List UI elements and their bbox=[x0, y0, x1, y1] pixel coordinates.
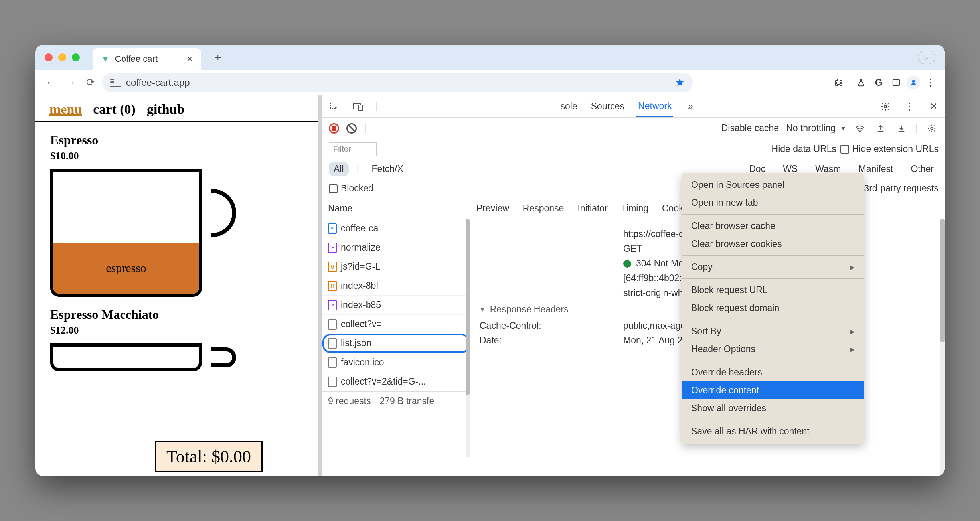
more-tabs-icon[interactable]: » bbox=[684, 100, 697, 113]
record-icon[interactable] bbox=[329, 123, 339, 134]
menu-item[interactable]: Sort By bbox=[682, 322, 864, 340]
window-close-button[interactable] bbox=[45, 53, 53, 61]
other-file-icon bbox=[328, 338, 337, 349]
total-box[interactable]: Total: $0.00 bbox=[155, 441, 263, 472]
window-maximize-button[interactable] bbox=[72, 53, 80, 61]
gear-icon[interactable] bbox=[925, 122, 939, 135]
column-name[interactable]: Name bbox=[322, 198, 470, 219]
disable-cache-checkbox[interactable]: Disable cache bbox=[721, 123, 779, 134]
cup[interactable]: espresso bbox=[50, 169, 218, 297]
forward-button[interactable]: → bbox=[62, 74, 79, 91]
product-price: $12.00 bbox=[50, 324, 303, 336]
tab-timing[interactable]: Timing bbox=[620, 199, 649, 218]
checkbox-icon bbox=[329, 184, 338, 193]
google-icon[interactable]: G bbox=[871, 75, 886, 90]
omnibox[interactable]: coffee-cart.app ★ bbox=[102, 73, 693, 92]
close-tab-icon[interactable]: × bbox=[187, 54, 192, 64]
menu-item[interactable]: Header Options bbox=[682, 340, 864, 358]
doc-file-icon: ≡ bbox=[328, 223, 337, 234]
other-file-icon bbox=[328, 357, 337, 368]
product-name: Espresso bbox=[50, 133, 303, 148]
request-name: list.json bbox=[341, 338, 371, 349]
menu-item[interactable]: Open in Sources panel bbox=[682, 176, 864, 194]
scrollbar[interactable] bbox=[940, 219, 945, 476]
list-item[interactable]: list.json bbox=[322, 334, 470, 353]
request-name: favicon.ico bbox=[341, 357, 384, 368]
window-minimize-button[interactable] bbox=[58, 53, 66, 61]
back-button[interactable]: ← bbox=[42, 74, 59, 91]
tab-console[interactable]: sole bbox=[559, 96, 579, 116]
thirdparty-checkbox[interactable]: 3rd-party requests bbox=[852, 183, 939, 194]
extensions-icon[interactable] bbox=[832, 75, 846, 90]
menu-kebab-icon[interactable]: ⋮ bbox=[923, 75, 938, 90]
bookmark-star-icon[interactable]: ★ bbox=[675, 76, 685, 89]
list-item[interactable]: collect?v= bbox=[322, 315, 470, 334]
nav-github[interactable]: github bbox=[147, 102, 185, 117]
chevron-down-icon: ▼ bbox=[840, 125, 846, 132]
list-item[interactable]: {}index-8bf bbox=[322, 276, 470, 296]
inspect-element-icon[interactable] bbox=[327, 100, 341, 113]
tab-network[interactable]: Network bbox=[636, 96, 673, 117]
menu-item[interactable]: Block request URL bbox=[682, 281, 864, 299]
menu-item[interactable]: Override content bbox=[682, 381, 864, 399]
type-fetchxhr[interactable]: Fetch/X bbox=[367, 162, 408, 176]
upload-icon[interactable] bbox=[874, 122, 887, 135]
download-icon[interactable] bbox=[895, 122, 908, 135]
request-footer: 9 requests 279 B transfe bbox=[322, 391, 470, 410]
filter-input[interactable]: Filter bbox=[329, 142, 377, 156]
product-espresso-macchiato: Espresso Macchiato $12.00 bbox=[35, 297, 318, 371]
header-key: Date: bbox=[480, 335, 623, 346]
close-icon[interactable]: ✕ bbox=[927, 100, 940, 113]
menu-item[interactable]: Override headers bbox=[682, 363, 864, 381]
panel-toggle-icon[interactable] bbox=[889, 75, 903, 90]
menu-item[interactable]: Clear browser cache bbox=[682, 217, 864, 235]
gear-icon[interactable] bbox=[879, 100, 892, 113]
cup[interactable] bbox=[50, 343, 218, 371]
css-file-icon: ↗ bbox=[328, 300, 337, 310]
list-item[interactable]: ≡coffee-ca bbox=[322, 219, 470, 238]
device-toolbar-icon[interactable] bbox=[351, 100, 365, 113]
filter-row: Filter Hide data URLs Hide extension URL… bbox=[322, 139, 945, 159]
clear-icon[interactable] bbox=[346, 123, 357, 134]
hide-ext-urls-checkbox[interactable]: Hide extension URLs bbox=[840, 144, 939, 154]
menu-item[interactable]: Clear browser cookies bbox=[682, 235, 864, 253]
menu-item[interactable]: Save all as HAR with content bbox=[682, 422, 864, 440]
svg-point-6 bbox=[884, 105, 887, 108]
throttling-dropdown[interactable]: No throttling ▼ bbox=[786, 123, 846, 134]
nav-menu[interactable]: menu bbox=[49, 102, 82, 117]
scrollbar[interactable] bbox=[466, 219, 470, 457]
list-item[interactable]: collect?v=2&tid=G-... bbox=[322, 372, 470, 391]
experiments-icon[interactable] bbox=[854, 75, 868, 90]
tab-response[interactable]: Response bbox=[522, 199, 565, 218]
tab-preview[interactable]: Preview bbox=[476, 199, 510, 218]
site-settings-icon[interactable] bbox=[110, 79, 121, 87]
network-toolbar: | Disable cache No throttling ▼ bbox=[322, 118, 945, 139]
list-item[interactable]: ↗normalize bbox=[322, 238, 470, 257]
list-item[interactable]: ↗index-b85 bbox=[322, 296, 470, 315]
titlebar: ▼ Coffee cart × + ⌄ bbox=[35, 45, 945, 70]
url-text: coffee-cart.app bbox=[126, 77, 669, 88]
tab-sources[interactable]: Sources bbox=[589, 96, 626, 116]
new-tab-button[interactable]: + bbox=[215, 51, 221, 64]
request-name: coffee-ca bbox=[341, 223, 378, 234]
traffic-lights bbox=[45, 53, 80, 61]
other-file-icon bbox=[328, 377, 337, 387]
menu-item[interactable]: Show all overrides bbox=[682, 399, 864, 417]
type-other[interactable]: Other bbox=[906, 162, 939, 176]
nav-cart[interactable]: cart (0) bbox=[93, 102, 136, 117]
chevron-down-icon[interactable]: ⌄ bbox=[918, 51, 935, 64]
kebab-icon[interactable]: ⋮ bbox=[903, 100, 916, 113]
menu-item[interactable]: Open in new tab bbox=[682, 194, 864, 212]
menu-item[interactable]: Block request domain bbox=[682, 299, 864, 317]
network-conditions-icon[interactable] bbox=[853, 122, 867, 135]
blocked-checkbox[interactable]: Blocked bbox=[329, 183, 373, 194]
browser-tab[interactable]: ▼ Coffee cart × bbox=[93, 48, 201, 70]
reload-button[interactable]: ⟳ bbox=[82, 74, 99, 91]
type-all[interactable]: All bbox=[329, 162, 349, 176]
menu-item[interactable]: Copy bbox=[682, 258, 864, 276]
tab-initiator[interactable]: Initiator bbox=[577, 199, 608, 218]
profile-avatar[interactable] bbox=[907, 76, 920, 89]
list-item[interactable]: {}js?id=G-L bbox=[322, 257, 470, 276]
list-item[interactable]: favicon.ico bbox=[322, 353, 470, 372]
checkbox-icon bbox=[840, 145, 849, 154]
